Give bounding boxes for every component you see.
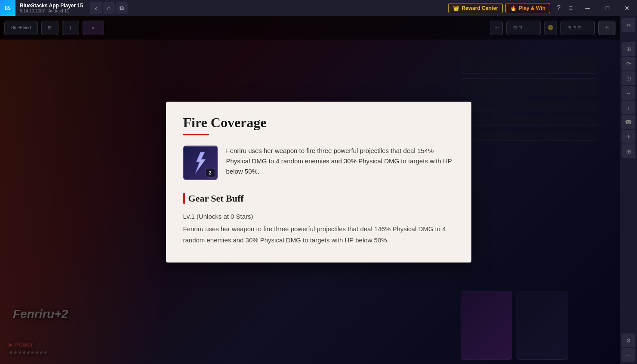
reward-center-icon: 👑 — [453, 5, 459, 11]
app-logo: BS — [0, 0, 15, 16]
skill-description: Fenriru uses her weapon to fire three po… — [226, 145, 454, 180]
right-sidebar: ⇔ ⊞ ⟳ ⊡ ↔ ↕ ☎ ✈ ⊞ ⚙ ··· — [620, 16, 637, 364]
sidebar-btn-5[interactable]: ↕ — [622, 101, 635, 114]
maximize-button[interactable]: □ — [597, 0, 617, 16]
skill-info-modal: Fire Coverage 2 Fenriru uses h — [166, 101, 471, 263]
play-win-icon: 🔥 — [510, 5, 517, 11]
svg-text:BS: BS — [5, 6, 11, 11]
home-button[interactable]: ⌂ — [103, 2, 115, 14]
app-name: BlueStacks App Player 15 — [20, 3, 83, 9]
svg-marker-2 — [195, 152, 206, 173]
gear-set-title: Gear Set Buff — [183, 193, 454, 204]
tabs-button[interactable]: ⧉ — [116, 2, 128, 14]
help-button[interactable]: ? — [554, 3, 564, 13]
minimize-button[interactable]: ─ — [578, 0, 597, 16]
skill-section: 2 Fenriru uses her weapon to fire three … — [183, 145, 454, 180]
app-version: 5.14.10.1007 · Android 11 — [20, 9, 83, 13]
gear-set-content: Lv.1 (Unlocks at 0 Stars) Fenriru uses h… — [183, 211, 454, 245]
sidebar-expand-btn[interactable]: ⇔ — [622, 18, 635, 32]
play-win-button[interactable]: 🔥 Play & Win — [505, 3, 550, 13]
sidebar-more-btn[interactable]: ··· — [622, 348, 635, 362]
reward-center-label: Reward Center — [462, 5, 498, 11]
sidebar-btn-3[interactable]: ⊡ — [622, 71, 635, 85]
gear-set-line1: Lv.1 (Unlocks at 0 Stars) — [183, 211, 454, 222]
gear-set-section: Gear Set Buff Lv.1 (Unlocks at 0 Stars) … — [183, 193, 454, 245]
gear-set-line2: Fenriru uses her weapon to fire three po… — [183, 223, 454, 245]
menu-button[interactable]: ≡ — [566, 3, 576, 13]
play-win-label: Play & Win — [519, 5, 545, 11]
skill-badge: 2 — [206, 168, 215, 177]
sidebar-btn-1[interactable]: ⊞ — [622, 42, 635, 56]
sidebar-btn-7[interactable]: ✈ — [622, 130, 635, 144]
back-button[interactable]: ‹ — [90, 2, 102, 14]
sidebar-btn-6[interactable]: ☎ — [622, 115, 635, 129]
title-actions: ? ≡ — [554, 3, 576, 13]
sidebar-settings-btn[interactable]: ⚙ — [622, 333, 635, 347]
app-info: BlueStacks App Player 15 5.14.10.1007 · … — [15, 3, 87, 13]
close-button[interactable]: ✕ — [617, 0, 637, 16]
gear-set-bar — [183, 193, 185, 204]
sidebar-btn-8[interactable]: ⊞ — [622, 144, 635, 158]
skill-icon: 2 — [183, 145, 218, 180]
titlebar: BS BlueStacks App Player 15 5.14.10.1007… — [0, 0, 637, 16]
reward-center-button[interactable]: 👑 Reward Center — [448, 3, 503, 13]
sidebar-btn-4[interactable]: ↔ — [622, 86, 635, 100]
modal-title: Fire Coverage — [183, 114, 454, 130]
title-underline — [183, 134, 209, 135]
nav-buttons: ‹ ⌂ ⧉ — [90, 2, 128, 14]
sidebar-btn-2[interactable]: ⟳ — [622, 57, 635, 70]
